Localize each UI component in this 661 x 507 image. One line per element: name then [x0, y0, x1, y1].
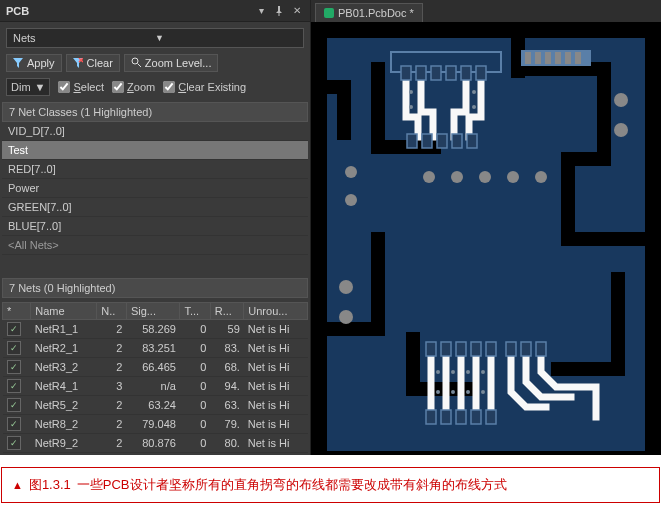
cell-r: 80.: [210, 434, 244, 453]
cell-n: 2: [97, 339, 127, 358]
dropdown-icon[interactable]: ▾: [254, 4, 268, 18]
clear-existing-checkbox[interactable]: Clear Existing: [163, 81, 246, 93]
cell-name: NetR9_2: [31, 434, 97, 453]
cell-r: 79.: [210, 415, 244, 434]
select-checkbox[interactable]: SSelectelect: [58, 81, 104, 93]
svg-rect-20: [611, 272, 625, 372]
document-tab[interactable]: PB01.PcbDoc *: [315, 3, 423, 22]
net-class-item[interactable]: VID_D[7..0]: [2, 122, 308, 141]
zoom-level-button[interactable]: Zoom Level...: [124, 54, 219, 72]
cell-sig: n/a: [126, 377, 179, 396]
net-class-item[interactable]: RED[7..0]: [2, 160, 308, 179]
cell-t: 0: [180, 434, 210, 453]
row-check-icon[interactable]: ✓: [7, 341, 21, 355]
svg-point-75: [466, 390, 470, 394]
cell-t: 0: [180, 320, 210, 339]
svg-rect-62: [456, 410, 466, 424]
cell-t: 0: [180, 339, 210, 358]
cell-unroute: Net is Hi: [244, 339, 308, 358]
row-check-icon[interactable]: ✓: [7, 360, 21, 374]
svg-rect-56: [486, 342, 496, 356]
column-header[interactable]: *: [3, 303, 31, 320]
svg-point-65: [409, 90, 413, 94]
clear-button[interactable]: Clear: [66, 54, 120, 72]
svg-point-70: [451, 370, 455, 374]
svg-point-76: [481, 390, 485, 394]
net-class-item[interactable]: Test: [2, 141, 308, 160]
svg-rect-21: [551, 362, 625, 376]
svg-point-72: [481, 370, 485, 374]
table-row[interactable]: ✓NetR5_2263.24063.Net is Hi: [3, 396, 308, 415]
zoom-checkbox[interactable]: Zoom: [112, 81, 155, 93]
nets-table: *NameN..Sig...T...R...Unrou... ✓NetR1_12…: [2, 302, 308, 453]
cell-t: 0: [180, 358, 210, 377]
row-check-icon[interactable]: ✓: [7, 417, 21, 431]
cell-sig: 79.048: [126, 415, 179, 434]
apply-button[interactable]: Apply: [6, 54, 62, 72]
svg-rect-24: [525, 52, 531, 64]
table-row[interactable]: ✓NetR2_1283.251083.Net is Hi: [3, 339, 308, 358]
tab-bar: PB01.PcbDoc *: [311, 0, 661, 22]
net-classes-list: VID_D[7..0]TestRED[7..0]PowerGREEN[7..0]…: [2, 122, 308, 255]
column-header[interactable]: Name: [31, 303, 97, 320]
row-check-icon[interactable]: ✓: [7, 379, 21, 393]
svg-point-46: [507, 171, 519, 183]
pcb-canvas[interactable]: [311, 22, 661, 455]
cell-sig: 83.251: [126, 339, 179, 358]
column-header[interactable]: Sig...: [126, 303, 179, 320]
cell-sig: 58.269: [126, 320, 179, 339]
svg-rect-26: [545, 52, 551, 64]
cell-sig: 80.876: [126, 434, 179, 453]
dim-combo[interactable]: Dim ▼: [6, 78, 50, 96]
close-icon[interactable]: ✕: [290, 4, 304, 18]
svg-rect-37: [422, 134, 432, 148]
pin-icon[interactable]: [272, 4, 286, 18]
category-combo[interactable]: Nets ▼: [6, 28, 304, 48]
cell-r: 94.: [210, 377, 244, 396]
filter-toolbar: Apply Clear Zoom Level...: [0, 54, 310, 78]
net-class-item[interactable]: Power: [2, 179, 308, 198]
svg-point-47: [535, 171, 547, 183]
svg-rect-64: [486, 410, 496, 424]
svg-point-69: [436, 370, 440, 374]
cell-r: 83.: [210, 339, 244, 358]
row-check-icon[interactable]: ✓: [7, 322, 21, 336]
nets-table-wrap: *NameN..Sig...T...R...Unrou... ✓NetR1_12…: [2, 302, 308, 453]
cell-name: NetR1_1: [31, 320, 97, 339]
panel-header: PCB ▾ ✕: [0, 0, 310, 22]
svg-point-51: [339, 310, 353, 324]
row-check-icon[interactable]: ✓: [7, 436, 21, 450]
table-row[interactable]: ✓NetR9_2280.876080.Net is Hi: [3, 434, 308, 453]
table-row[interactable]: ✓NetR1_1258.269059Net is Hi: [3, 320, 308, 339]
svg-rect-19: [406, 382, 476, 396]
svg-rect-35: [476, 66, 486, 80]
table-row[interactable]: ✓NetR4_13n/a094.Net is Hi: [3, 377, 308, 396]
column-header[interactable]: R...: [210, 303, 244, 320]
cell-t: 0: [180, 396, 210, 415]
net-class-item[interactable]: GREEN[7..0]: [2, 198, 308, 217]
cell-name: NetR5_2: [31, 396, 97, 415]
column-header[interactable]: T...: [180, 303, 210, 320]
svg-rect-27: [555, 52, 561, 64]
svg-rect-16: [371, 232, 385, 332]
svg-rect-30: [401, 66, 411, 80]
column-header[interactable]: Unrou...: [244, 303, 308, 320]
svg-rect-32: [431, 66, 441, 80]
svg-rect-63: [471, 410, 481, 424]
cell-n: 2: [97, 320, 127, 339]
caption-label: 图1.3.1: [29, 476, 71, 494]
svg-rect-33: [446, 66, 456, 80]
column-header[interactable]: N..: [97, 303, 127, 320]
svg-point-66: [409, 105, 413, 109]
cell-r: 68.: [210, 358, 244, 377]
net-class-item[interactable]: BLUE[7..0]: [2, 217, 308, 236]
table-row[interactable]: ✓NetR3_2266.465068.Net is Hi: [3, 358, 308, 377]
row-check-icon[interactable]: ✓: [7, 398, 21, 412]
svg-rect-59: [536, 342, 546, 356]
svg-rect-36: [407, 134, 417, 148]
net-class-item[interactable]: <All Nets>: [2, 236, 308, 255]
funnel-clear-icon: [73, 58, 83, 68]
cell-unroute: Net is Hi: [244, 415, 308, 434]
table-row[interactable]: ✓NetR8_2279.048079.Net is Hi: [3, 415, 308, 434]
caption-text: 一些PCB设计者坚称所有的直角拐弯的布线都需要改成带有斜角的布线方式: [77, 476, 507, 494]
